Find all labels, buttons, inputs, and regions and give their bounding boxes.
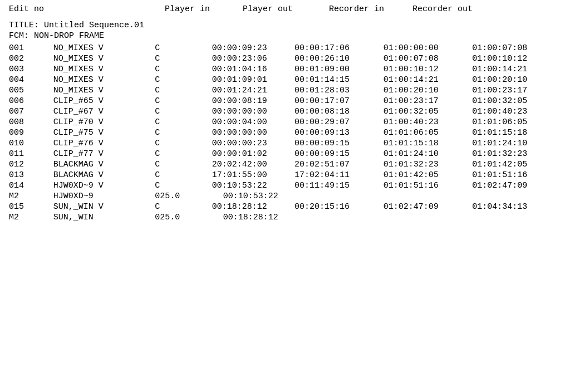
- cell-trans: C: [155, 64, 212, 75]
- cell-trans: C: [155, 149, 212, 159]
- edl-edit-row: 007 CLIP_#67 V C 00:00:00:00 00:00:08:18…: [9, 106, 561, 117]
- cell-m2-speed: 025.0: [155, 212, 212, 223]
- cell-recorder-out: 01:00:40:23: [472, 106, 561, 117]
- edl-edit-row: 004 NO_MIXES V C 00:01:09:01 00:01:14:15…: [9, 75, 561, 85]
- cell-m2-clip: SUN,_WIN: [53, 212, 155, 223]
- cell-recorder-out: 01:00:07:08: [472, 43, 561, 53]
- cell-m2-label: M2: [9, 212, 53, 223]
- cell-edit-no: 015: [9, 202, 53, 212]
- cell-clip: NO_MIXES V: [53, 53, 155, 64]
- cell-clip: CLIP_#65 V: [53, 96, 155, 106]
- cell-player-out: 00:00:09:15: [294, 149, 384, 159]
- cell-player-out: 00:11:49:15: [294, 180, 384, 191]
- cell-clip: CLIP_#67 V: [53, 106, 155, 117]
- cell-recorder-out: 01:01:51:16: [472, 170, 561, 180]
- cell-recorder-in: 01:00:00:00: [384, 43, 473, 53]
- cell-player-out: 00:00:26:10: [294, 53, 384, 64]
- cell-recorder-in: 01:00:07:08: [384, 53, 473, 64]
- edl-edit-row: 015 SUN,_WIN V C 00:18:28:12 00:20:15:16…: [9, 202, 561, 212]
- cell-edit-no: 001: [9, 43, 53, 53]
- cell-edit-no: 005: [9, 85, 53, 96]
- cell-player-out: 00:01:28:03: [294, 85, 384, 96]
- cell-recorder-in: 01:01:42:05: [384, 170, 473, 180]
- cell-recorder-in: 01:01:24:10: [384, 149, 473, 159]
- cell-recorder-in: 01:01:32:23: [384, 159, 473, 170]
- cell-recorder-in: 01:00:10:12: [384, 64, 473, 75]
- cell-recorder-in: 01:02:47:09: [384, 202, 473, 212]
- cell-edit-no: 013: [9, 170, 53, 180]
- edl-edit-row: 001 NO_MIXES V C 00:00:09:23 00:00:17:06…: [9, 43, 561, 53]
- cell-recorder-out: 01:00:14:21: [472, 64, 561, 75]
- cell-clip: NO_MIXES V: [53, 64, 155, 75]
- cell-recorder-in: 01:01:06:05: [384, 128, 473, 138]
- cell-edit-no: 012: [9, 159, 53, 170]
- edl-edit-row: 009 CLIP_#75 V C 00:00:00:00 00:00:09:13…: [9, 128, 561, 138]
- cell-player-in: 00:00:08:19: [212, 96, 294, 106]
- cell-clip: CLIP_#76 V: [53, 138, 155, 149]
- cell-recorder-out: 01:01:32:23: [472, 149, 561, 159]
- column-headers: Edit no Player in Player out Recorder in…: [9, 4, 561, 14]
- cell-clip: BLACKMAG V: [53, 159, 155, 170]
- cell-player-in: 00:01:09:01: [212, 75, 294, 85]
- cell-player-out: 00:00:09:15: [294, 138, 384, 149]
- cell-trans: C: [155, 138, 212, 149]
- fcm-line: FCM: NON-DROP FRAME: [9, 31, 561, 41]
- cell-recorder-out: 01:00:20:10: [472, 75, 561, 85]
- cell-recorder-out: 01:02:47:09: [472, 180, 561, 191]
- cell-m2-clip: HJW0XD~9: [53, 191, 155, 202]
- cell-edit-no: 009: [9, 128, 53, 138]
- cell-player-in: 20:02:42:00: [212, 159, 294, 170]
- cell-edit-no: 014: [9, 180, 53, 191]
- cell-trans: C: [155, 170, 212, 180]
- meta-section: TITLE: Untitled Sequence.01 FCM: NON-DRO…: [9, 21, 561, 41]
- cell-player-in: 00:00:00:00: [212, 128, 294, 138]
- edl-edit-row: 011 CLIP_#77 V C 00:00:01:02 00:00:09:15…: [9, 149, 561, 159]
- cell-player-in: 00:10:53:22: [212, 180, 294, 191]
- cell-trans: C: [155, 96, 212, 106]
- edl-m2-row: M2 SUN,_WIN 025.0 00:18:28:12: [9, 212, 561, 223]
- cell-player-out: 00:00:08:18: [294, 106, 384, 117]
- cell-player-out: 20:02:51:07: [294, 159, 384, 170]
- cell-recorder-out: 01:01:15:18: [472, 128, 561, 138]
- cell-clip: NO_MIXES V: [53, 75, 155, 85]
- cell-player-in: 00:00:04:00: [212, 117, 294, 128]
- cell-player-out: 17:02:04:11: [294, 170, 384, 180]
- cell-recorder-out: 01:00:23:17: [472, 85, 561, 96]
- cell-recorder-in: 01:00:23:17: [384, 96, 473, 106]
- header-player-in: Player in: [165, 4, 243, 14]
- cell-edit-no: 004: [9, 75, 53, 85]
- cell-edit-no: 003: [9, 64, 53, 75]
- cell-player-in: 00:00:09:23: [212, 43, 294, 53]
- cell-recorder-out: 01:01:42:05: [472, 159, 561, 170]
- cell-trans: C: [155, 180, 212, 191]
- cell-recorder-in: 01:00:14:21: [384, 75, 473, 85]
- cell-clip: NO_MIXES V: [53, 85, 155, 96]
- cell-clip: SUN,_WIN V: [53, 202, 155, 212]
- cell-m2-timecode: 00:18:28:12: [212, 212, 561, 223]
- edl-m2-row: M2 HJW0XD~9 025.0 00:10:53:22: [9, 191, 561, 202]
- edl-edit-row: 010 CLIP_#76 V C 00:00:00:23 00:00:09:15…: [9, 138, 561, 149]
- cell-clip: NO_MIXES V: [53, 43, 155, 53]
- cell-recorder-out: 01:01:06:05: [472, 117, 561, 128]
- edl-edit-row: 008 CLIP_#70 V C 00:00:04:00 00:00:29:07…: [9, 117, 561, 128]
- cell-player-out: 00:01:09:00: [294, 64, 384, 75]
- cell-player-out: 00:20:15:16: [294, 202, 384, 212]
- cell-recorder-out: 01:00:10:12: [472, 53, 561, 64]
- cell-clip: CLIP_#70 V: [53, 117, 155, 128]
- cell-recorder-out: 01:01:24:10: [472, 138, 561, 149]
- cell-recorder-in: 01:00:32:05: [384, 106, 473, 117]
- cell-player-in: 17:01:55:00: [212, 170, 294, 180]
- cell-recorder-in: 01:01:15:18: [384, 138, 473, 149]
- cell-player-out: 00:00:09:13: [294, 128, 384, 138]
- title-line: TITLE: Untitled Sequence.01: [9, 21, 561, 30]
- cell-clip: CLIP_#77 V: [53, 149, 155, 159]
- cell-recorder-out: 01:04:34:13: [472, 202, 561, 212]
- cell-edit-no: 007: [9, 106, 53, 117]
- cell-edit-no: 011: [9, 149, 53, 159]
- edl-edit-row: 003 NO_MIXES V C 00:01:04:16 00:01:09:00…: [9, 64, 561, 75]
- header-player-out: Player out: [243, 4, 329, 14]
- cell-player-in: 00:01:24:21: [212, 85, 294, 96]
- cell-player-out: 00:00:17:07: [294, 96, 384, 106]
- cell-player-out: 00:01:14:15: [294, 75, 384, 85]
- edl-edit-row: 012 BLACKMAG V C 20:02:42:00 20:02:51:07…: [9, 159, 561, 170]
